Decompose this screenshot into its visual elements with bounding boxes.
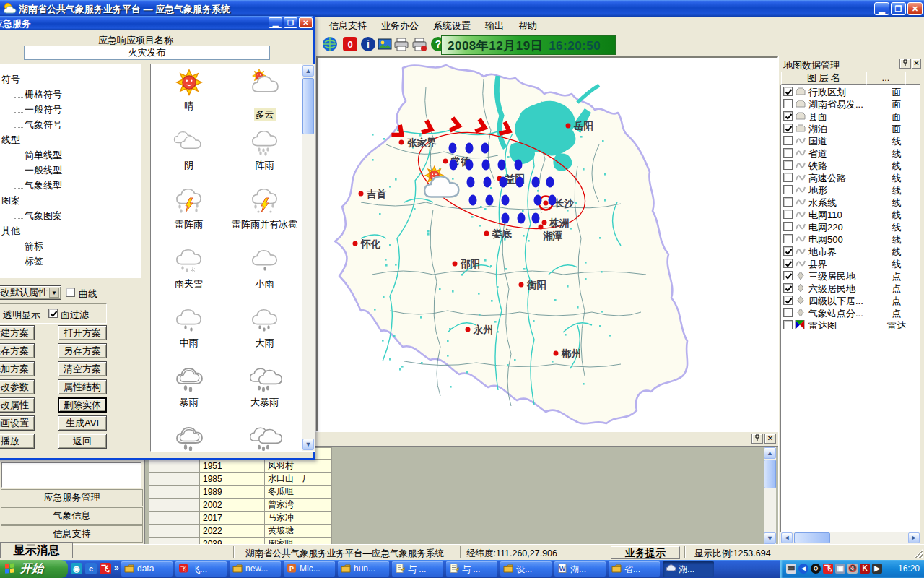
- layer-checkbox[interactable]: [783, 296, 793, 305]
- table-row[interactable]: 1989冬瓜咀: [149, 486, 332, 499]
- taskbar-button-2[interactable]: new...: [230, 561, 281, 577]
- button-删除实体[interactable]: 删除实体: [58, 397, 107, 413]
- layer-checkbox[interactable]: [783, 173, 793, 182]
- layer-row-气象站点分...[interactable]: 气象站点分...点: [781, 306, 920, 319]
- layer-row-六级居民地[interactable]: 六级居民地点: [781, 282, 920, 294]
- taskbar-button-8[interactable]: W湖...: [554, 561, 606, 577]
- dialog-minimize-button[interactable]: ▁: [269, 17, 282, 28]
- tree-item-1-0[interactable]: 简单线型: [1, 147, 141, 163]
- table-row[interactable]: 2017马家冲: [149, 512, 332, 525]
- scroll-down-icon[interactable]: ▼: [764, 532, 776, 544]
- layer-row-铁路[interactable]: 铁路线: [781, 159, 920, 171]
- symbol-大暴雨[interactable]: 大暴雨: [227, 365, 302, 409]
- sidebar-button-info-support[interactable]: 信息支持: [1, 525, 143, 543]
- menu-item-1[interactable]: 业务办公: [374, 17, 426, 35]
- layers-panel-pin-button[interactable]: [899, 59, 911, 69]
- button-修改参数[interactable]: 修改参数: [0, 379, 35, 394]
- taskbar-button-1[interactable]: 飞飞...: [175, 561, 227, 577]
- scroll-thumb[interactable]: [794, 532, 830, 543]
- layer-row-行政区划[interactable]: 行政区划面: [781, 85, 920, 98]
- tree-item-3-0[interactable]: 箭标: [1, 238, 141, 254]
- map-canvas[interactable]: 岳阳张家界常德益阳长沙吉首娄底株洲湘潭怀化邵阳衡阳永州郴州: [316, 56, 778, 431]
- button-返回[interactable]: 返回: [58, 434, 107, 449]
- globe-icon[interactable]: [322, 36, 339, 53]
- layer-row-电网110[interactable]: 电网110线: [781, 208, 920, 220]
- layer-checkbox[interactable]: [783, 148, 793, 158]
- layer-checkbox[interactable]: [783, 283, 793, 293]
- symbol-小雨[interactable]: 小雨: [227, 246, 302, 290]
- button-动画设置[interactable]: 动画设置: [0, 415, 35, 431]
- scroll-right-icon[interactable]: ►: [908, 532, 920, 543]
- quicklaunch-overflow-icon[interactable]: »: [114, 563, 119, 573]
- symbol-阴[interactable]: 阴: [151, 128, 227, 172]
- taskbar-button-9[interactable]: 省...: [609, 561, 660, 577]
- layer-name-column-header[interactable]: 图 层 名: [781, 72, 866, 85]
- tree-item-0-0[interactable]: 栅格符号: [1, 87, 141, 102]
- symbol-雷阵雨并有冰雹[interactable]: 雷阵雨并有冰雹: [227, 187, 302, 231]
- tree-item-1-1[interactable]: 一般线型: [1, 163, 141, 178]
- button-另存方案[interactable]: 另存方案: [58, 343, 107, 358]
- gpu-icon[interactable]: ▶: [872, 564, 882, 574]
- tree-item-1-2[interactable]: 气象线型: [1, 178, 141, 193]
- table-row[interactable]: 2002曾家湾: [149, 499, 332, 512]
- face-filter-checkbox[interactable]: [48, 309, 58, 318]
- network-icon[interactable]: ▣: [835, 564, 845, 574]
- fetion-icon[interactable]: 飞: [823, 564, 833, 574]
- button-生成AVI[interactable]: 生成AVI: [58, 415, 107, 431]
- layer-checkbox[interactable]: [783, 308, 793, 317]
- layer-checkbox[interactable]: [783, 259, 793, 268]
- printer-alt-icon[interactable]: [411, 36, 428, 53]
- taskbar-button-0[interactable]: data: [121, 561, 173, 577]
- show-message-tab[interactable]: 显示消息: [0, 542, 73, 558]
- sidebar-button-emergency[interactable]: 应急服务管理: [1, 489, 143, 506]
- printer-icon[interactable]: [393, 36, 410, 53]
- layer-row-雷达图[interactable]: 雷达图雷达: [781, 319, 920, 331]
- station-table[interactable]: 1951凤羽村1985水口山一厂1989冬瓜咀2002曾家湾2017马家冲202…: [149, 447, 332, 544]
- tree-item-3-1[interactable]: 标签: [1, 254, 141, 269]
- kaspersky-icon[interactable]: K: [860, 564, 870, 574]
- layer-row-县面[interactable]: 县面面: [781, 110, 920, 122]
- symbol-阵雨[interactable]: 阵雨: [227, 128, 302, 172]
- layer-row-地市界[interactable]: 地市界线: [781, 245, 920, 257]
- language-icon[interactable]: ◄: [798, 564, 808, 574]
- button-保存方案[interactable]: 保存方案: [0, 343, 35, 358]
- dialog-close-button[interactable]: ✕: [299, 17, 313, 28]
- taskbar-button-6[interactable]: 与 ...: [446, 561, 497, 577]
- layer-checkbox[interactable]: [783, 210, 793, 219]
- layer-type-column-header[interactable]: ...: [866, 72, 905, 85]
- menu-item-3[interactable]: 输出: [478, 17, 511, 35]
- layer-row-县界[interactable]: 县界线: [781, 257, 920, 269]
- dialog-restore-button[interactable]: ❐: [284, 17, 297, 28]
- keyboard-icon[interactable]: ⌨: [786, 564, 796, 574]
- button-新建方案[interactable]: 新建方案: [0, 325, 35, 340]
- layer-checkbox[interactable]: [783, 124, 793, 133]
- menu-item-4[interactable]: 帮助: [511, 17, 544, 35]
- layer-row-地形[interactable]: 地形线: [781, 184, 920, 196]
- symbol-大雨[interactable]: 大雨: [227, 306, 302, 350]
- layer-row-电网500[interactable]: 电网500线: [781, 233, 920, 245]
- layers-panel-close-button[interactable]: ✕: [912, 59, 921, 69]
- symbol-晴[interactable]: 晴: [151, 69, 227, 113]
- symbol-雷阵雨[interactable]: 雷阵雨: [151, 187, 227, 231]
- layer-checkbox[interactable]: [783, 99, 793, 108]
- curve-checkbox[interactable]: [66, 288, 75, 297]
- taskbar-button-5[interactable]: 与 ...: [392, 561, 443, 577]
- table-row[interactable]: 2039周家咀: [149, 538, 332, 545]
- layer-checkbox[interactable]: [783, 197, 793, 207]
- symbol-partial[interactable]: [151, 424, 227, 452]
- table-row[interactable]: 2022黄坡塘: [149, 525, 332, 538]
- button-打开方案[interactable]: 打开方案: [58, 325, 107, 340]
- tree-item-0-1[interactable]: 一般符号: [1, 102, 141, 117]
- layer-row-三级居民地[interactable]: 三级居民地点: [781, 269, 920, 282]
- scroll-down-icon[interactable]: ▼: [302, 439, 314, 450]
- layer-checkbox[interactable]: [783, 87, 793, 96]
- symbol-多云[interactable]: 多云: [227, 69, 302, 121]
- resize-grip[interactable]: [913, 549, 923, 558]
- fetion-icon[interactable]: 飞: [100, 563, 111, 574]
- tree-group-3[interactable]: 其他: [1, 223, 141, 238]
- layers-panel-hscrollbar[interactable]: ◄ ►: [780, 532, 920, 544]
- menu-item-0[interactable]: 信息支持: [322, 17, 374, 35]
- layer-row-四级以下居...[interactable]: 四级以下居...点: [781, 294, 920, 306]
- close-button[interactable]: ✕: [907, 2, 923, 15]
- info-icon[interactable]: i: [360, 36, 377, 53]
